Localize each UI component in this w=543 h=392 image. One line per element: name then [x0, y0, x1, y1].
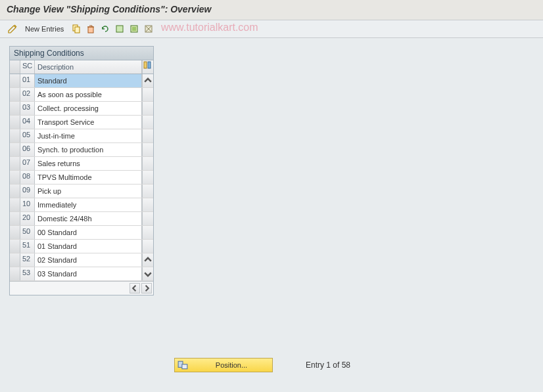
cell-description[interactable]: 00 Standard: [35, 226, 142, 239]
cell-description[interactable]: 01 Standard: [35, 240, 142, 253]
scroll-down-button[interactable]: [143, 267, 153, 280]
position-button[interactable]: Position...: [174, 358, 273, 372]
cell-description[interactable]: 03 Standard: [35, 267, 142, 280]
vertical-scrollbar-track[interactable]: [142, 212, 153, 225]
table-row[interactable]: 5303 Standard: [10, 267, 153, 281]
column-header-description[interactable]: Description: [35, 60, 142, 74]
cell-sc[interactable]: 02: [20, 88, 35, 101]
configure-columns-button[interactable]: [142, 60, 153, 74]
svg-rect-1: [75, 27, 80, 33]
cell-description[interactable]: 02 Standard: [35, 253, 142, 267]
cell-description[interactable]: Pick up: [35, 185, 142, 198]
row-selector[interactable]: [10, 198, 20, 211]
vertical-scrollbar-track[interactable]: [142, 102, 153, 115]
row-selector[interactable]: [10, 129, 20, 142]
vertical-scrollbar-track[interactable]: [142, 171, 153, 184]
column-header-sc[interactable]: SC: [20, 60, 35, 74]
cell-description[interactable]: Just-in-time: [35, 129, 142, 142]
cell-description[interactable]: Domestic 24/48h: [35, 212, 142, 225]
row-selector[interactable]: [10, 240, 20, 253]
toggle-display-change-icon[interactable]: [7, 23, 18, 35]
scroll-up-button[interactable]: [143, 74, 153, 87]
vertical-scrollbar-track[interactable]: [142, 198, 153, 211]
row-selector[interactable]: [10, 102, 20, 115]
row-selector[interactable]: [10, 171, 20, 184]
cell-sc[interactable]: 09: [20, 185, 35, 198]
cell-description[interactable]: Immediately: [35, 198, 142, 211]
cell-description[interactable]: TPVS Multimode: [35, 171, 142, 184]
row-selector[interactable]: [10, 185, 20, 198]
horizontal-scroll-bar: [10, 281, 153, 295]
cell-sc[interactable]: 52: [20, 253, 35, 267]
row-selector-header[interactable]: [10, 60, 20, 74]
vertical-scrollbar-track[interactable]: [142, 143, 153, 156]
cell-sc[interactable]: 05: [20, 129, 35, 142]
cell-description[interactable]: Collect. processing: [35, 102, 142, 115]
scroll-right-button[interactable]: [141, 283, 152, 294]
scroll-left-button[interactable]: [130, 283, 140, 294]
table-row[interactable]: 06Synch. to production: [10, 143, 153, 157]
row-selector[interactable]: [10, 212, 20, 225]
row-selector[interactable]: [10, 226, 20, 239]
vertical-scrollbar-track[interactable]: [142, 226, 153, 239]
table-row[interactable]: 5000 Standard: [10, 226, 153, 240]
cell-description[interactable]: As soon as possible: [35, 88, 142, 101]
cell-description[interactable]: Standard: [35, 74, 142, 87]
table-row[interactable]: 20Domestic 24/48h: [10, 212, 153, 226]
table-row[interactable]: 5101 Standard: [10, 240, 153, 253]
cell-sc[interactable]: 51: [20, 240, 35, 253]
copy-icon[interactable]: [70, 23, 82, 35]
delete-icon[interactable]: [85, 23, 97, 35]
grid-header-row: SC Description: [10, 60, 153, 74]
table-row[interactable]: 03Collect. processing: [10, 102, 153, 116]
svg-rect-10: [148, 62, 151, 68]
row-selector[interactable]: [10, 116, 20, 129]
table-row[interactable]: 01Standard: [10, 74, 153, 88]
vertical-scrollbar-track[interactable]: [142, 240, 153, 253]
page-title: Change View "Shipping Conditions": Overv…: [7, 4, 211, 14]
cell-sc[interactable]: 10: [20, 198, 35, 211]
cell-sc[interactable]: 03: [20, 102, 35, 115]
cell-sc[interactable]: 01: [20, 74, 35, 87]
table-row[interactable]: 08TPVS Multimode: [10, 171, 153, 185]
vertical-scrollbar-track[interactable]: [142, 267, 153, 280]
row-selector[interactable]: [10, 157, 20, 170]
cell-sc[interactable]: 53: [20, 267, 35, 280]
position-icon: [177, 360, 188, 370]
cell-sc[interactable]: 04: [20, 116, 35, 129]
vertical-scrollbar-track[interactable]: [142, 129, 153, 142]
cell-sc[interactable]: 20: [20, 212, 35, 225]
vertical-scrollbar-track[interactable]: [142, 157, 153, 170]
cell-description[interactable]: Synch. to production: [35, 143, 142, 156]
row-selector[interactable]: [10, 74, 20, 87]
vertical-scrollbar-track[interactable]: [142, 253, 153, 267]
vertical-scrollbar-track[interactable]: [142, 74, 153, 87]
cell-sc[interactable]: 07: [20, 157, 35, 170]
select-all-icon[interactable]: [114, 23, 126, 35]
row-selector[interactable]: [10, 143, 20, 156]
table-row[interactable]: 07Sales returns: [10, 157, 153, 171]
row-selector[interactable]: [10, 253, 20, 267]
table-row[interactable]: 10Immediately: [10, 198, 153, 212]
undo-change-icon[interactable]: [99, 23, 111, 35]
deselect-all-icon[interactable]: [143, 23, 154, 35]
scroll-up-small-button[interactable]: [143, 253, 153, 267]
vertical-scrollbar-track[interactable]: [142, 116, 153, 129]
row-selector[interactable]: [10, 88, 20, 101]
application-toolbar: New Entries: [0, 20, 543, 38]
table-row[interactable]: 05Just-in-time: [10, 129, 153, 143]
table-row[interactable]: 5202 Standard: [10, 253, 153, 267]
cell-description[interactable]: Transport Service: [35, 116, 142, 129]
cell-sc[interactable]: 08: [20, 171, 35, 184]
table-row[interactable]: 02As soon as possible: [10, 88, 153, 102]
cell-sc[interactable]: 50: [20, 226, 35, 239]
cell-description[interactable]: Sales returns: [35, 157, 142, 170]
table-row[interactable]: 09Pick up: [10, 185, 153, 198]
table-row[interactable]: 04Transport Service: [10, 116, 153, 129]
new-entries-button[interactable]: New Entries: [21, 24, 68, 34]
row-selector[interactable]: [10, 267, 20, 280]
select-block-icon[interactable]: [128, 23, 140, 35]
vertical-scrollbar-track[interactable]: [142, 185, 153, 198]
cell-sc[interactable]: 06: [20, 143, 35, 156]
vertical-scrollbar-track[interactable]: [142, 88, 153, 101]
